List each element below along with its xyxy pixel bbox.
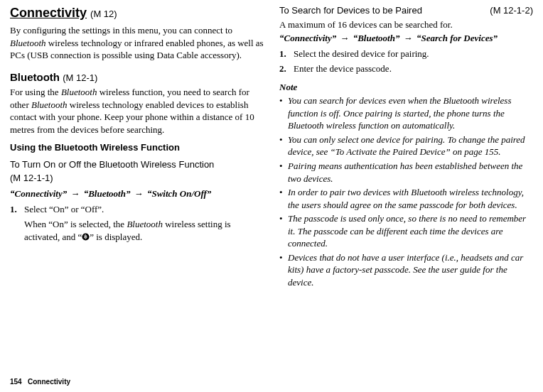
- intro-part2: wireless technology or infrared enabled …: [10, 38, 264, 61]
- connectivity-intro: By configuring the settings in this menu…: [10, 24, 264, 62]
- search-steps: 1. Select the desired device for pairing…: [279, 48, 533, 75]
- intro-bluetooth-term: Bluetooth: [10, 38, 46, 48]
- bluetooth-heading: Bluetooth (M 12-1): [10, 70, 264, 85]
- bullet-icon: •: [279, 94, 288, 132]
- bluetooth-heading-text: Bluetooth: [10, 71, 60, 83]
- search-procedure-title: To Search for Devices to be Paired: [279, 4, 422, 17]
- note-item: •You can search for devices even when th…: [279, 94, 533, 132]
- note-item: •Devices that do not have a user interfa…: [279, 251, 533, 289]
- nav-path-search: “Connectivity” → “Bluetooth” → “Search f…: [279, 32, 533, 45]
- step-text: Enter the device passcode.: [294, 62, 533, 75]
- bluetooth-icon: [82, 233, 90, 241]
- nav-bluetooth: “Bluetooth”: [84, 188, 131, 199]
- bullet-icon: •: [279, 160, 288, 185]
- connectivity-menu-code: (M 12): [90, 9, 117, 19]
- search-menu-code: (M 12-1-2): [490, 4, 533, 17]
- arrow-icon: →: [402, 33, 414, 43]
- note-text: Pairing means authentication has been es…: [288, 160, 533, 185]
- step-text: Select “On” or “Off”.: [24, 203, 264, 216]
- note-text: You can only select one device for pairi…: [288, 134, 533, 158]
- bullet-icon: •: [279, 212, 288, 250]
- bluetooth-body: For using the Bluetooth wireless functio…: [10, 86, 264, 136]
- note-item: •The passcode is used only once, so ther…: [279, 212, 533, 250]
- note-text: Devices that do not have a user interfac…: [288, 251, 533, 289]
- nav-path-switch: “Connectivity” → “Bluetooth” → “Switch O…: [10, 187, 264, 200]
- bullet-icon: •: [279, 134, 288, 158]
- step-number: 1.: [10, 203, 24, 216]
- step-number: 2.: [279, 62, 294, 75]
- step-number: 1.: [279, 48, 294, 60]
- toggle-menu-code: (M 12-1-1): [10, 172, 264, 185]
- bt-term-1: Bluetooth: [61, 87, 97, 97]
- step-item: 1. Select the desired device for pairing…: [279, 48, 533, 60]
- switch-steps: 1. Select “On” or “Off”.: [10, 203, 264, 216]
- note-part3: ” is displayed.: [90, 232, 142, 242]
- note-text: In order to pair two devices with Blueto…: [288, 186, 533, 211]
- footer-section: Connectivity: [28, 378, 70, 386]
- intro-part1: By configuring the settings in this menu…: [10, 25, 232, 36]
- search-body: A maximum of 16 devices can be searched …: [279, 18, 533, 31]
- nav-switch: “Switch On/Off”: [147, 188, 211, 199]
- step-text: Select the desired device for pairing.: [294, 48, 533, 60]
- note-text: You can search for devices even when the…: [288, 94, 533, 132]
- left-column: Connectivity (M 12) By configuring the s…: [10, 4, 264, 290]
- connectivity-heading-text: Connectivity: [10, 6, 87, 20]
- step-item: 1. Select “On” or “Off”.: [10, 203, 264, 216]
- nav-bluetooth: “Bluetooth”: [353, 33, 400, 43]
- bluetooth-menu-code: (M 12-1): [63, 72, 97, 83]
- note-item: •Pairing means authentication has been e…: [279, 160, 533, 185]
- page-number: 154: [10, 378, 22, 386]
- connectivity-heading: Connectivity (M 12): [10, 4, 264, 21]
- note-item: •In order to pair two devices with Bluet…: [279, 186, 533, 211]
- nav-connectivity: “Connectivity”: [279, 33, 336, 43]
- page-footer: 154 Connectivity: [10, 377, 70, 387]
- note-list: •You can search for devices even when th…: [279, 94, 533, 288]
- right-column: To Search for Devices to be Paired (M 12…: [279, 4, 533, 290]
- bt-body-1: For using the: [10, 87, 61, 97]
- arrow-icon: →: [133, 188, 145, 199]
- note-item: •You can only select one device for pair…: [279, 134, 533, 158]
- arrow-icon: →: [338, 33, 350, 43]
- bullet-icon: •: [279, 186, 288, 211]
- bt-term-2: Bluetooth: [31, 99, 68, 110]
- step-item: 2. Enter the device passcode.: [279, 62, 533, 75]
- note-heading: Note: [279, 81, 533, 94]
- arrow-icon: →: [69, 188, 81, 199]
- note-bt-term: Bluetooth: [127, 219, 163, 229]
- step1-note: When “On” is selected, the Bluetooth wir…: [24, 218, 264, 243]
- search-title-row: To Search for Devices to be Paired (M 12…: [279, 4, 533, 18]
- using-bluetooth-heading: Using the Bluetooth Wireless Function: [10, 141, 264, 154]
- note-text: The passcode is used only once, so there…: [288, 212, 533, 250]
- toggle-procedure-title: To Turn On or Off the Bluetooth Wireless…: [10, 158, 264, 171]
- nav-connectivity: “Connectivity”: [10, 188, 67, 199]
- nav-search: “Search for Devices”: [416, 33, 498, 43]
- bullet-icon: •: [279, 251, 288, 289]
- note-part1: When “On” is selected, the: [24, 219, 127, 229]
